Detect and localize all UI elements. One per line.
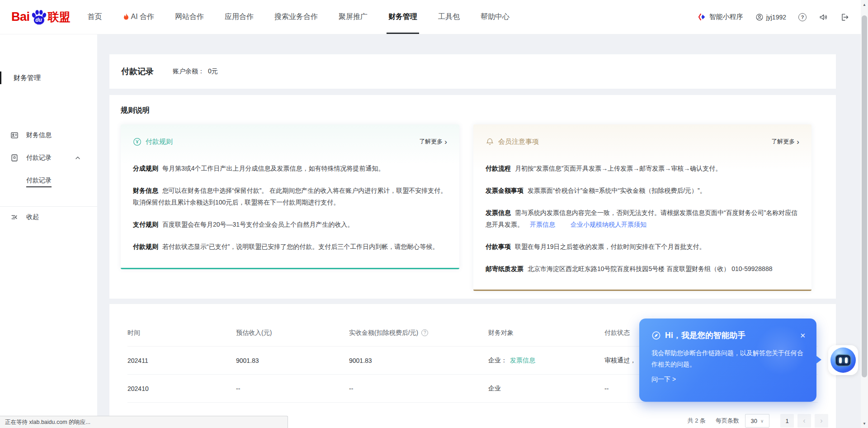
invoice-info-link[interactable]: 开票信息 xyxy=(530,221,555,228)
collapse-sidebar-icon xyxy=(10,213,19,221)
nav-menu: 首页 AI 合作 网站合作 应用合作 搜索业务合作 聚屏推广 财务管理 工具包 xyxy=(88,0,510,34)
nav-label: 搜索业务合作 xyxy=(274,12,318,22)
rule-paragraph: 支付规则百度联盟会在每月20号—31号支付企业会员上个自然月产生的收入。 xyxy=(133,219,447,230)
mini-program-entry[interactable]: 智能小程序 xyxy=(698,13,743,21)
sidebar-subitem-label: 付款记录 xyxy=(26,176,52,187)
chevron-down-icon: ∨ xyxy=(760,418,764,423)
bell-icon xyxy=(486,138,494,146)
member-notices-more-link[interactable]: 了解更多 › xyxy=(771,138,799,146)
pagination: 共 2 条 每页条数 30 ∨ 1 ‹ › xyxy=(688,414,828,428)
payment-rules-more-link[interactable]: 了解更多 › xyxy=(419,138,447,146)
member-notices-card: 会员注意事项 了解更多 › 付款流程月初按“发票信息”页面开具发票→上传发票→邮… xyxy=(473,124,811,291)
small-taxpayer-notice-link[interactable]: 企业小规模纳税人开票须知 xyxy=(571,221,646,228)
payment-rules-card: 付款规则 了解更多 › 分成规则每月第3或4个工作日产出上月分成信息及发票信息，… xyxy=(121,124,459,269)
previous-page-button[interactable]: ‹ xyxy=(797,414,811,428)
sidebar-collapse-button[interactable]: 收起 xyxy=(0,211,97,224)
member-notices-title: 会员注意事项 xyxy=(498,138,539,146)
scroll-up-arrow[interactable]: ▲ xyxy=(861,1,868,8)
rule-paragraph: 付款规则若付款状态显示“已支付”，说明联盟已安排了您的付款。支付后三个工作日内到… xyxy=(133,241,447,252)
sidebar-item-payment-records[interactable]: 付款记录 xyxy=(0,152,97,164)
account-balance-label: 账户余额： xyxy=(173,67,204,76)
chevron-right-icon: › xyxy=(444,139,447,145)
invoice-info-table-link[interactable]: 发票信息 xyxy=(510,357,535,364)
rule-paragraph: 付款流程月初按“发票信息”页面开具发票→上传发票→邮寄发票→审核→确认支付。 xyxy=(486,162,799,174)
rule-text: 每月第3或4个工作日产出上月分成信息及发票信息，如有特殊情况将提前通知。 xyxy=(162,165,385,172)
nav-label: 工具包 xyxy=(438,12,460,22)
nav-item-app-cooperation[interactable]: 应用合作 xyxy=(225,0,254,34)
nav-label: AI 合作 xyxy=(131,12,155,22)
close-icon[interactable]: ✕ xyxy=(800,332,806,339)
flame-icon xyxy=(123,13,129,21)
help-icon[interactable]: ? xyxy=(798,13,807,21)
user-icon xyxy=(755,13,764,21)
nav-item-screen-promotion[interactable]: 聚屏推广 xyxy=(339,0,368,34)
page-header-card: 付款记录 账户余额： 0元 xyxy=(109,54,836,89)
logout-icon[interactable] xyxy=(840,13,849,22)
column-header-actual: 实收金额(扣除税费后/元) xyxy=(349,329,418,337)
smart-assistant-popup: Hi，我是您的智能助手 ✕ 我会帮助您诊断合作链路问题，以及解答您关于任何合作相… xyxy=(639,319,816,402)
page-number-button[interactable]: 1 xyxy=(780,414,794,428)
rule-text: 发票票面“价税合计”金额=系统中“实收金额（扣除税费后/元）”。 xyxy=(528,187,706,194)
assistant-title: Hi，我是您的智能助手 xyxy=(665,330,745,341)
nav-item-website-cooperation[interactable]: 网站合作 xyxy=(175,0,204,34)
per-page-select[interactable]: 30 ∨ xyxy=(745,414,769,428)
rule-label: 付款规则 xyxy=(133,243,158,250)
rule-text: 北京市海淀区西北旺东路10号院百度科技园5号楼 百度联盟财务组（收） 010-5… xyxy=(528,265,772,272)
rules-section-card: 规则说明 付款规则 了解更多 › xyxy=(109,95,836,299)
rule-text: 百度联盟会在每月20号—31号支付企业会员上个自然月产生的收入。 xyxy=(162,221,354,228)
rule-label: 财务信息 xyxy=(133,187,158,194)
chevron-up-icon xyxy=(75,155,80,161)
robot-eye xyxy=(845,357,848,363)
per-page-value: 30 xyxy=(751,418,757,424)
browser-scrollbar[interactable]: ▲ ▼ xyxy=(861,0,868,428)
rule-paragraph: 财务信息您可以在财务信息中选择“保留付款”。 在此期间您产生的收入将在账户内进行… xyxy=(133,185,447,208)
nav-item-home[interactable]: 首页 xyxy=(88,0,102,34)
topnav-right-tools: 智能小程序 jyj1992 ? xyxy=(698,13,849,22)
column-header-time: 时间 xyxy=(127,329,236,337)
nav-item-finance-management[interactable]: 财务管理 xyxy=(388,0,417,34)
nav-item-help-center[interactable]: 帮助中心 xyxy=(481,0,509,34)
cell-time: 202410 xyxy=(127,385,236,392)
rule-label: 分成规则 xyxy=(133,165,158,172)
finance-info-icon xyxy=(10,131,19,139)
rule-paragraph: 发票信息需与系统内发票信息内容完全一致，否则无法支付。请根据发票信息页面中“百度… xyxy=(486,207,799,230)
sidebar-subitem-payment-records[interactable]: 付款记录 xyxy=(0,174,97,187)
more-label: 了解更多 xyxy=(419,138,443,146)
popup-pointer xyxy=(816,356,821,364)
more-label: 了解更多 xyxy=(771,138,795,146)
cell-finance-type: 企业 xyxy=(488,385,501,392)
nav-item-search-cooperation[interactable]: 搜索业务合作 xyxy=(274,0,318,34)
sidebar-divider xyxy=(0,206,97,207)
cell-finance-type: 企业： xyxy=(488,357,507,364)
ask-now-link[interactable]: 问一下 > xyxy=(639,370,816,384)
cell-time: 202411 xyxy=(127,357,236,364)
nav-label: 帮助中心 xyxy=(481,12,509,22)
mini-program-label: 智能小程序 xyxy=(709,13,743,21)
baidu-paw-icon: du xyxy=(30,9,47,25)
announcement-speaker-icon[interactable] xyxy=(819,13,828,22)
username: jyj1992 xyxy=(766,14,786,21)
mini-program-diamond-icon xyxy=(698,13,707,21)
assistant-robot-button[interactable] xyxy=(828,345,858,375)
chevron-right-icon: › xyxy=(797,139,799,145)
scrollbar-thumb[interactable] xyxy=(862,15,867,377)
sidebar: 财务管理 财务信息 付款记录 付款记录 xyxy=(0,34,97,428)
column-header-estimated: 预估收入(元) xyxy=(236,329,349,337)
nav-item-ai-cooperation[interactable]: AI 合作 xyxy=(123,0,155,34)
rules-section-title: 规则说明 xyxy=(121,106,825,115)
column-help-icon[interactable]: ? xyxy=(421,329,428,336)
sidebar-section-title: 财务管理 xyxy=(0,71,97,84)
sidebar-item-finance-info[interactable]: 财务信息 xyxy=(0,129,97,142)
baidu-union-logo[interactable]: Bai du 联盟 xyxy=(11,9,71,25)
cell-estimated: -- xyxy=(236,385,349,392)
collapse-label: 收起 xyxy=(26,213,39,221)
nav-label: 财务管理 xyxy=(388,12,417,22)
user-account[interactable]: jyj1992 xyxy=(755,13,786,21)
next-page-button[interactable]: › xyxy=(815,414,828,428)
rule-label: 付款事项 xyxy=(486,243,511,250)
nav-item-toolkit[interactable]: 工具包 xyxy=(438,0,460,34)
scroll-down-arrow[interactable]: ▼ xyxy=(861,420,868,427)
nav-label: 聚屏推广 xyxy=(339,12,368,22)
robot-eye xyxy=(839,357,842,363)
browser-status-bar: 正在等待 xlab.baidu.com 的响应... xyxy=(0,416,288,428)
